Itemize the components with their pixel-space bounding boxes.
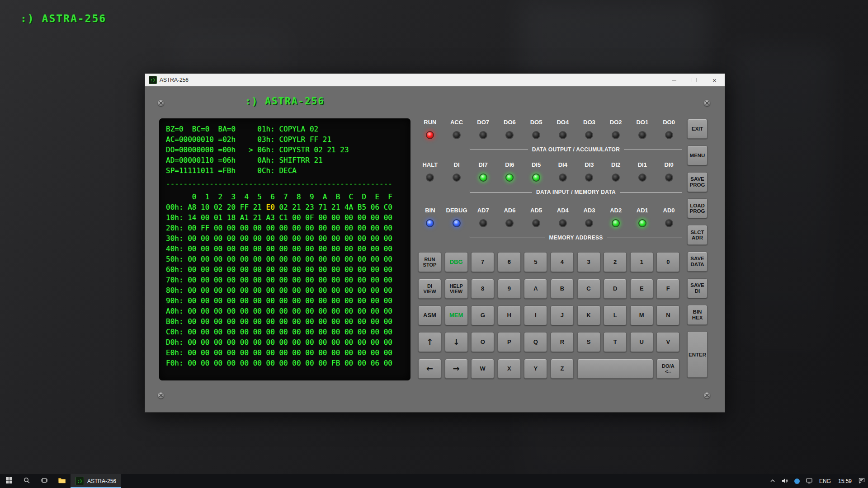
side-enter[interactable]: ENTER [687, 331, 708, 378]
task-view-icon [41, 477, 47, 485]
side-slct-adr[interactable]: SLCTADR [687, 225, 708, 245]
side-load-prog[interactable]: LOADPROG [687, 198, 708, 218]
close-button[interactable]: × [704, 74, 725, 86]
led-label-di1: DI1 [629, 161, 656, 168]
led-label-do0: DO0 [656, 119, 682, 126]
key-run-stop[interactable]: RUNSTOP [418, 252, 441, 272]
minimize-button[interactable] [664, 74, 684, 86]
key-a[interactable]: A [524, 279, 547, 299]
key-q[interactable]: Q [524, 332, 547, 352]
led-label-ad6: AD6 [496, 207, 523, 214]
key-p[interactable]: P [498, 332, 521, 352]
memory-row: A0h: 00 00 00 00 00 00 00 00 00 00 00 00… [166, 306, 404, 316]
side-exit[interactable]: EXIT [687, 119, 708, 139]
clock[interactable]: 15:59 [835, 474, 855, 488]
maximize-button[interactable] [684, 74, 704, 86]
key-b[interactable]: B [551, 279, 574, 299]
key-do-a[interactable]: DO/A<-- [656, 359, 679, 379]
side-bin-hex[interactable]: BINHEX [687, 305, 708, 325]
titlebar[interactable]: :) ASTRA-256 × [145, 74, 725, 86]
task-view-button[interactable] [35, 474, 53, 488]
key-mem[interactable]: MEM [445, 305, 468, 325]
key-o[interactable]: O [471, 332, 494, 352]
app-icon: :) [149, 76, 157, 84]
side-buttons: EXITMENUSAVEPROGLOADPROGSLCTADRSAVEDATAS… [687, 119, 708, 378]
key-y[interactable]: Y [524, 359, 547, 379]
key-k[interactable]: K [577, 305, 600, 325]
volume-icon [782, 477, 788, 485]
key-l[interactable]: L [604, 305, 627, 325]
key-c[interactable]: C [577, 279, 600, 299]
led-do5 [532, 131, 540, 139]
window-controls: × [664, 74, 725, 86]
led-do4 [559, 131, 567, 139]
taskbar-left: :) ASTRA-256 [0, 474, 121, 488]
key-r[interactable]: R [551, 332, 574, 352]
key-n[interactable]: N [656, 305, 679, 325]
side-menu[interactable]: MENU [687, 145, 708, 165]
search-button[interactable] [18, 474, 35, 488]
key-j[interactable]: J [551, 305, 574, 325]
key-arrow-down[interactable]: ↓ [445, 332, 468, 352]
led-label-do1: DO1 [629, 119, 656, 126]
key-arrow-left[interactable]: ← [418, 359, 441, 379]
language-indicator[interactable]: ENG [816, 474, 835, 488]
screw-icon [158, 392, 164, 399]
memory-row: 00h: A8 10 02 20 FF 21 E0 02 21 23 71 21… [166, 202, 404, 212]
led-ad3 [585, 219, 593, 227]
tray-app-button[interactable] [791, 474, 803, 488]
key-z[interactable]: Z [551, 359, 574, 379]
led-label-ad5: AD5 [523, 207, 550, 214]
side-save-prog[interactable]: SAVEPROG [687, 172, 708, 192]
key-g[interactable]: G [471, 305, 494, 325]
key-dbg[interactable]: DBG [445, 252, 468, 272]
side-save-di[interactable]: SAVEDI [687, 278, 708, 298]
key-w[interactable]: W [471, 359, 494, 379]
led-label-ad7: AD7 [470, 207, 496, 214]
led-do3 [585, 131, 593, 139]
key-0[interactable]: 0 [656, 252, 679, 272]
key-5[interactable]: 5 [524, 252, 547, 272]
taskbar-app-button[interactable]: :) ASTRA-256 [71, 474, 121, 488]
key-2[interactable]: 2 [604, 252, 627, 272]
key-i[interactable]: I [524, 305, 547, 325]
key-4[interactable]: 4 [551, 252, 574, 272]
screw-icon [704, 392, 710, 399]
key-3[interactable]: 3 [577, 252, 600, 272]
key-u[interactable]: U [630, 332, 653, 352]
key-9[interactable]: 9 [498, 279, 521, 299]
key-v[interactable]: V [656, 332, 679, 352]
key-6[interactable]: 6 [498, 252, 521, 272]
key-e[interactable]: E [630, 279, 653, 299]
key-di-view[interactable]: DIVIEW [418, 279, 441, 299]
led-ad0 [665, 219, 673, 227]
chevron-up-icon [770, 477, 775, 485]
key-help-view[interactable]: HELPVIEW [445, 279, 468, 299]
key-1[interactable]: 1 [630, 252, 653, 272]
side-save-data[interactable]: SAVEDATA [687, 252, 708, 272]
key-s[interactable]: S [577, 332, 600, 352]
key-h[interactable]: H [498, 305, 521, 325]
led-label-ad3: AD3 [576, 207, 603, 214]
notification-button[interactable] [855, 474, 868, 488]
key-d[interactable]: D [604, 279, 627, 299]
register-lines: BZ=0 BC=0 BA=0 01h: COPYLA 02 AC=0000001… [166, 124, 404, 176]
key-8[interactable]: 8 [471, 279, 494, 299]
key-blank[interactable] [577, 359, 653, 379]
file-explorer-button[interactable] [53, 474, 71, 488]
key-7[interactable]: 7 [471, 252, 494, 272]
key-asm[interactable]: ASM [418, 305, 441, 325]
desktop-logo: :) ASTRA-256 [20, 13, 106, 24]
network-button[interactable] [803, 474, 816, 488]
volume-button[interactable] [778, 474, 791, 488]
tray-chevron-button[interactable] [767, 474, 778, 488]
key-x[interactable]: X [498, 359, 521, 379]
led-label-acc: ACC [443, 119, 470, 126]
key-f[interactable]: F [656, 279, 679, 299]
key-t[interactable]: T [604, 332, 627, 352]
key-m[interactable]: M [630, 305, 653, 325]
start-button[interactable] [0, 474, 18, 488]
key-arrow-right[interactable]: → [445, 359, 468, 379]
led-label-di2: DI2 [603, 161, 629, 168]
key-arrow-up[interactable]: ↑ [418, 332, 441, 352]
